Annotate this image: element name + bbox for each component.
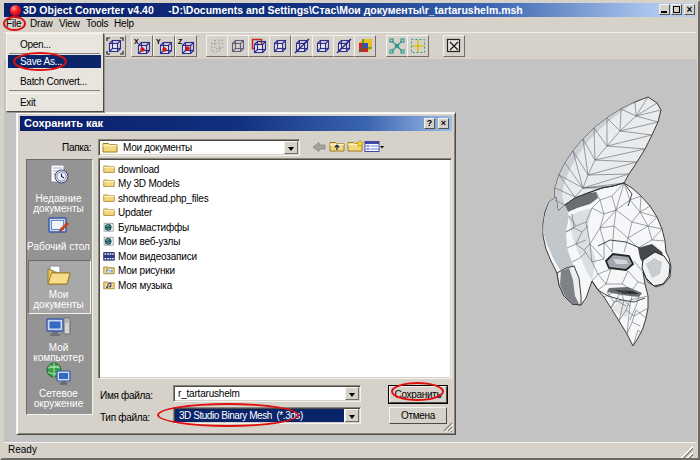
svg-text:X: X — [134, 38, 139, 45]
svg-text:Y: Y — [156, 38, 161, 45]
svg-text:Z: Z — [178, 38, 183, 45]
